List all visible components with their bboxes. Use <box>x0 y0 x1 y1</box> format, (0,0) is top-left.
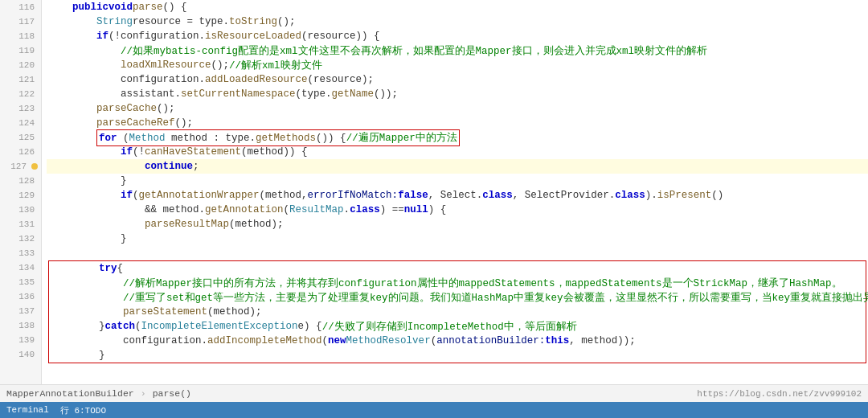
code-line: //重写了set和get等一些方法，主要是为了处理重复key的问题。我们知道Ha… <box>49 290 866 305</box>
gutter-row: 140 <box>0 347 41 362</box>
gutter-row: 133 <box>0 246 41 260</box>
line-number: 139 <box>18 335 38 345</box>
code-line: configuration.addIncompleteMethod(new Me… <box>49 334 866 348</box>
breadcrumb-sep: › <box>141 388 146 399</box>
line-number: 120 <box>18 60 38 70</box>
code-line: if (!configuration.isResourceLoaded(reso… <box>47 29 868 43</box>
code-line: parseCache(); <box>47 101 868 116</box>
code-line: parseResultMap(method); <box>47 217 868 232</box>
line-number: 119 <box>18 46 38 55</box>
line-number: 138 <box>18 321 38 330</box>
gutter-row: 127 <box>0 159 41 174</box>
line-number: 129 <box>18 191 38 200</box>
try-block-box: try { //解析Mapper接口中的所有方法，并将其存到configurat… <box>48 260 866 363</box>
gutter-row: 119 <box>0 43 41 58</box>
code-line: try { <box>49 261 866 276</box>
status-terminal[interactable]: Terminal <box>6 405 49 415</box>
code-lines[interactable]: public void parse() { String resource = … <box>42 0 868 384</box>
gutter-row: 134 <box>0 260 41 275</box>
gutter-row: 137 <box>0 304 41 318</box>
line-number: 116 <box>18 2 38 12</box>
gutter-row: 122 <box>0 87 41 101</box>
code-line: String resource = type.toString(); <box>47 14 868 29</box>
line-number: 123 <box>18 104 38 113</box>
gutter-row: 126 <box>0 145 41 159</box>
code-line: parseCacheRef(); <box>47 116 868 130</box>
code-line: continue; <box>47 159 868 174</box>
gutter-row: 117 <box>0 14 41 29</box>
gutter-row: 118 <box>0 29 41 43</box>
gutter-row: 130 <box>0 203 41 217</box>
line-number: 124 <box>18 118 38 128</box>
code-line: } <box>49 348 866 363</box>
breadcrumb-method[interactable]: parse() <box>153 388 191 399</box>
code-line: } <box>47 174 868 188</box>
code-line: loadXmlResource(); //解析xml映射文件 <box>47 58 868 72</box>
gutter-row: 125 <box>0 130 41 145</box>
code-line <box>47 246 868 260</box>
line-number: 135 <box>18 277 38 287</box>
gutter-row: 116 <box>0 0 41 14</box>
line-number: 118 <box>18 31 38 41</box>
gutter-row: 123 <box>0 101 41 116</box>
code-line: } <box>47 232 868 246</box>
line-number: 128 <box>18 176 38 186</box>
line-number: 126 <box>18 147 38 157</box>
code-line: //如果mybatis-config配置的是xml文件这里不会再次解析，如果配置… <box>47 43 868 58</box>
status-todo[interactable]: 行 6:TODO <box>60 404 106 416</box>
code-line: configuration.addLoadedResource(resource… <box>47 72 868 87</box>
breadcrumb-bar: MapperAnnotationBuilder › parse() https:… <box>0 384 868 402</box>
line-number: 136 <box>18 292 38 301</box>
line-number: 122 <box>18 89 38 99</box>
code-line: if (!canHaveStatement(method)) { <box>47 145 868 159</box>
gutter-row: 138 <box>0 318 41 333</box>
line-number: 131 <box>18 219 38 229</box>
line-number: 137 <box>18 306 38 316</box>
editor-container: 1161171181191201211221231241251261271281… <box>0 0 868 418</box>
gutter-row: 128 <box>0 174 41 188</box>
code-line: parseStatement(method); <box>49 305 866 319</box>
gutter-row: 120 <box>0 58 41 72</box>
gutter-row: 131 <box>0 217 41 232</box>
line-number: 133 <box>18 248 38 258</box>
line-number: 121 <box>18 75 38 84</box>
line-gutter: 1161171181191201211221231241251261271281… <box>0 0 42 384</box>
line-number: 125 <box>18 133 38 142</box>
gutter-row: 135 <box>0 275 41 289</box>
breadcrumb-file[interactable]: MapperAnnotationBuilder <box>6 388 134 399</box>
line-number: 130 <box>18 205 38 215</box>
code-line: //解析Mapper接口中的所有方法，并将其存到configuration属性中… <box>49 276 866 290</box>
warning-icon <box>31 163 38 170</box>
code-area: 1161171181191201211221231241251261271281… <box>0 0 868 384</box>
code-line: assistant.setCurrentNamespace(type.getNa… <box>47 87 868 101</box>
gutter-row: 139 <box>0 333 41 347</box>
line-number: 117 <box>18 17 38 27</box>
gutter-row: 129 <box>0 188 41 203</box>
bottom-right-url: https://blog.csdn.net/zvv999102 <box>697 389 862 399</box>
code-line: && method.getAnnotation(ResultMap.class)… <box>47 203 868 217</box>
code-line: for (Method method : type.getMethods()) … <box>47 130 868 145</box>
line-number: 140 <box>18 350 38 359</box>
gutter-row: 124 <box>0 116 41 130</box>
status-bar: Terminal 行 6:TODO <box>0 402 868 418</box>
code-line: } catch (IncompleteElementException e) {… <box>49 319 866 334</box>
gutter-row: 136 <box>0 289 41 304</box>
line-number: 132 <box>18 234 38 244</box>
gutter-row: 121 <box>0 72 41 87</box>
gutter-row: 132 <box>0 232 41 246</box>
line-number: 127 <box>10 162 30 171</box>
code-line: public void parse() { <box>47 0 868 14</box>
code-line: if (getAnnotationWrapper(method, errorIf… <box>47 188 868 203</box>
line-number: 134 <box>18 263 38 273</box>
